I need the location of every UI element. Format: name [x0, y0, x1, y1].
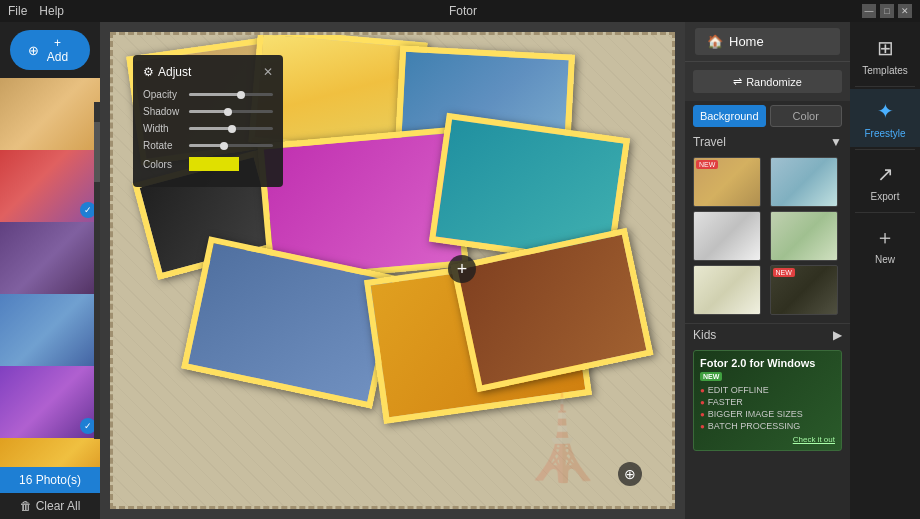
promo-cta[interactable]: Check it out [793, 435, 835, 444]
divider [855, 212, 915, 213]
promo-banner: Fotor 2.0 for Windows NEW ● EDIT OFFLINE… [693, 350, 842, 451]
minimize-btn[interactable]: — [862, 4, 876, 18]
list-item[interactable]: ✓ [0, 150, 100, 222]
gear-icon: ⚙ [143, 65, 154, 79]
new-label: New [875, 254, 895, 265]
templates-label: Templates [862, 65, 908, 76]
shuffle-icon: ⇌ [733, 75, 742, 88]
opacity-slider[interactable] [189, 93, 273, 96]
clear-all-button[interactable]: 🗑 Clear All [0, 493, 100, 519]
promo-feature-3: ● BIGGER IMAGE SIZES [700, 409, 835, 419]
kids-row: Kids ▶ [685, 323, 850, 346]
list-item[interactable] [0, 78, 100, 150]
bullet-icon: ● [700, 422, 705, 431]
color-swatch[interactable] [189, 157, 239, 171]
home-icon: 🏠 [707, 34, 723, 49]
clear-label: Clear All [36, 499, 81, 513]
tab-background[interactable]: Background [693, 105, 766, 127]
freestyle-icon: ✦ [869, 97, 901, 125]
adjust-colors-row: Colors [143, 157, 273, 171]
divider [855, 149, 915, 150]
new-badge: NEW [700, 372, 722, 381]
photo-count: 16 Photo(s) [19, 473, 81, 487]
far-right-panel: ⊞ Templates ✦ Freestyle ↗ Export ＋ New [850, 22, 920, 519]
category-row: Travel ▼ [685, 131, 850, 153]
add-button[interactable]: ⊕ + Add [10, 30, 90, 70]
colors-label: Colors [143, 159, 183, 170]
kids-arrow-icon[interactable]: ▶ [833, 328, 842, 342]
adjust-shadow-row: Shadow [143, 106, 273, 117]
adjust-rotate-row: Rotate [143, 140, 273, 151]
freestyle-label: Freestyle [864, 128, 905, 139]
promo-feature-4: ● BATCH PROCESSING [700, 421, 835, 431]
export-icon: ↗ [869, 160, 901, 188]
new-badge: NEW [696, 160, 718, 169]
bg-thumb-6[interactable]: NEW [770, 265, 838, 315]
tab-color[interactable]: Color [770, 105, 843, 127]
opacity-label: Opacity [143, 89, 183, 100]
canvas-photo[interactable] [450, 228, 653, 393]
list-item[interactable]: ✓ [0, 366, 100, 438]
close-btn[interactable]: ✕ [898, 4, 912, 18]
left-sidebar: ⊕ + Add ✓ ✓ ✓ 16 Photo(s) 🗑 Clear All [0, 22, 100, 519]
app-title: Fotor [64, 4, 862, 18]
bullet-icon: ● [700, 410, 705, 419]
menu-help[interactable]: Help [39, 4, 64, 18]
shadow-label: Shadow [143, 106, 183, 117]
photo-list: ✓ ✓ ✓ [0, 78, 100, 467]
canvas-bg[interactable]: 🗼 + ⊕ ⚙ Adjust ✕ Opacity [110, 32, 675, 509]
list-item[interactable] [0, 294, 100, 366]
list-item[interactable] [0, 222, 100, 294]
canvas-zoom-button[interactable]: ⊕ [618, 462, 642, 486]
window-controls: — □ ✕ [862, 4, 912, 18]
shadow-slider[interactable] [189, 110, 273, 113]
bullet-icon: ● [700, 398, 705, 407]
export-label: Export [871, 191, 900, 202]
panel-item-templates[interactable]: ⊞ Templates [850, 26, 920, 84]
bg-thumb-1[interactable]: NEW [693, 157, 761, 207]
add-label: + Add [43, 36, 72, 64]
canvas-add-button[interactable]: + [448, 255, 476, 283]
canvas-area: 🗼 + ⊕ ⚙ Adjust ✕ Opacity [100, 22, 685, 519]
new-badge: NEW [773, 268, 795, 277]
rotate-slider[interactable] [189, 144, 273, 147]
randomize-label: Randomize [746, 76, 802, 88]
bg-thumb-2[interactable] [770, 157, 838, 207]
adjust-header: ⚙ Adjust ✕ [143, 65, 273, 79]
home-label: Home [729, 34, 764, 49]
width-label: Width [143, 123, 183, 134]
panel-item-freestyle[interactable]: ✦ Freestyle [850, 89, 920, 147]
photo-count-bar: 16 Photo(s) [0, 467, 100, 493]
dropdown-arrow-icon[interactable]: ▼ [830, 135, 842, 149]
adjust-label: Adjust [158, 65, 191, 79]
adjust-width-row: Width [143, 123, 273, 134]
bg-thumb-5[interactable] [693, 265, 761, 315]
list-item[interactable]: ✓ [0, 438, 100, 467]
close-icon[interactable]: ✕ [263, 65, 273, 79]
home-button[interactable]: 🏠 Home [695, 28, 840, 55]
panel-item-export[interactable]: ↗ Export [850, 152, 920, 210]
menu-file[interactable]: File [8, 4, 27, 18]
randomize-button[interactable]: ⇌ Randomize [693, 70, 842, 93]
promo-feature-1: ● EDIT OFFLINE [700, 385, 835, 395]
action-buttons: ⇌ Randomize [685, 62, 850, 101]
category-label: Travel [693, 135, 726, 149]
bg-thumb-3[interactable] [693, 211, 761, 261]
eiffel-decoration: 🗼 [512, 392, 612, 486]
menu-bar: File Help [8, 4, 64, 18]
app-container: ⊕ + Add ✓ ✓ ✓ 16 Photo(s) 🗑 Clear All [0, 22, 920, 519]
promo-feature-2: ● FASTER [700, 397, 835, 407]
promo-title: Fotor 2.0 for Windows NEW [700, 357, 835, 381]
width-slider[interactable] [189, 127, 273, 130]
panel-item-new[interactable]: ＋ New [850, 215, 920, 273]
trash-icon: 🗑 [20, 499, 32, 513]
plus-icon: ⊕ [28, 43, 39, 58]
maximize-btn[interactable]: □ [880, 4, 894, 18]
kids-label: Kids [693, 328, 716, 342]
bg-color-tabs: Background Color [685, 101, 850, 131]
top-right-panel: 🏠 Home [685, 22, 850, 62]
rotate-label: Rotate [143, 140, 183, 151]
templates-icon: ⊞ [869, 34, 901, 62]
bg-thumb-4[interactable] [770, 211, 838, 261]
right-panel: 🏠 Home ⇌ Randomize Background Color Trav… [685, 22, 850, 519]
